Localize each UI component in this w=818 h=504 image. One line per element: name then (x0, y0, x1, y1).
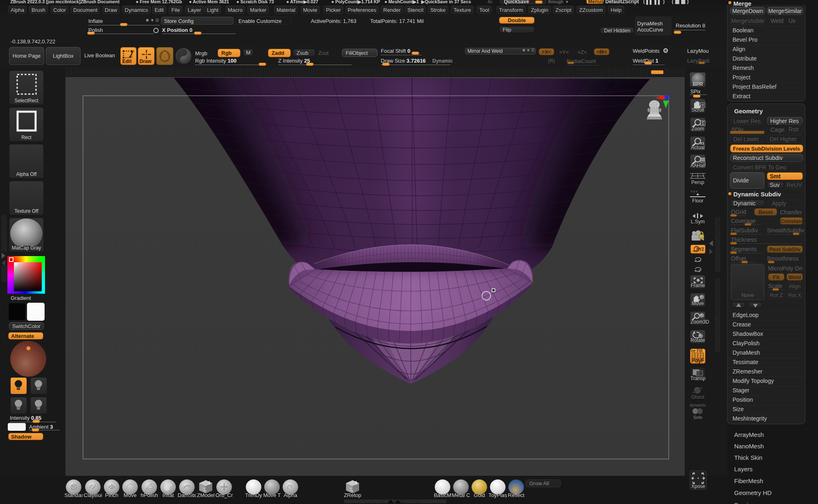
svg-text:x y z: x y z (691, 189, 697, 193)
svg-text:XYZ: XYZ (696, 247, 704, 252)
svg-text:Z: Z (698, 269, 701, 273)
svg-text:1: 1 (208, 481, 211, 485)
svg-text:1: 1 (355, 481, 357, 485)
svg-text:Y: Y (698, 259, 701, 263)
